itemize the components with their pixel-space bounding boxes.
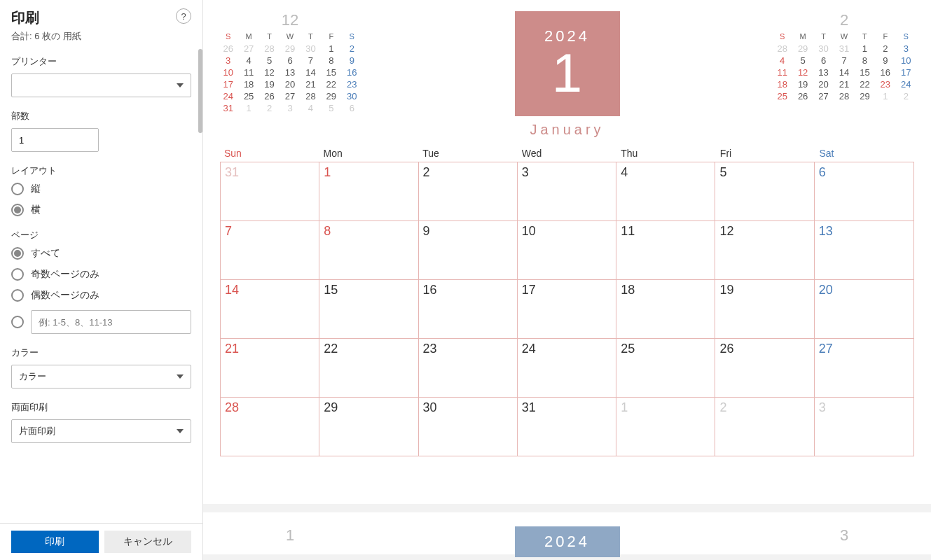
calendar-cell: 6 (815, 162, 913, 220)
calendar-cell: 29 (319, 397, 418, 456)
mini-day-cell: 1 (240, 103, 256, 113)
mini-day-cell: 13 (815, 67, 832, 78)
mini-day-header: S (220, 32, 236, 42)
mini-day-cell: 22 (857, 79, 873, 90)
mini-day-header: M (794, 32, 811, 42)
mini-day-cell: 30 (344, 91, 360, 102)
printer-label: プリンター (11, 55, 191, 68)
mini-day-cell: 6 (815, 55, 832, 66)
layout-label: レイアウト (11, 164, 191, 177)
day-headers: SunMonTueWedThuFriSat (220, 145, 914, 162)
mini-day-header: W (836, 32, 852, 42)
color-select[interactable]: カラー (11, 365, 191, 388)
mini-day-cell: 5 (794, 55, 811, 66)
printer-select[interactable] (11, 74, 191, 97)
page2-month-badge: 2024 (515, 526, 620, 557)
calendar-cell: 3 (815, 397, 913, 456)
mini-day-cell: 15 (323, 67, 339, 78)
mini-day-cell: 31 (836, 43, 852, 54)
mini-day-cell: 27 (282, 91, 298, 102)
mini-day-cell: 26 (220, 43, 236, 54)
radio-icon (11, 204, 24, 216)
mini-day-cell: 19 (794, 79, 811, 90)
duplex-value: 片面印刷 (19, 425, 55, 438)
day-header: Tue (418, 145, 518, 162)
pages-custom-input[interactable] (31, 310, 191, 334)
pages-even-label: 偶数ページのみ (31, 289, 99, 302)
radio-icon (11, 247, 24, 260)
mini-day-cell: 2 (877, 43, 893, 54)
mini-day-cell: 17 (220, 79, 236, 90)
pages-custom-radio[interactable] (11, 310, 191, 334)
mini-day-cell: 10 (898, 55, 914, 66)
calendar-cell: 2 (419, 162, 518, 220)
mini-day-cell: 5 (323, 103, 339, 113)
calendar-cell: 28 (221, 397, 319, 456)
mini-day-cell: 15 (857, 67, 873, 78)
layout-landscape-radio[interactable]: 横 (11, 204, 191, 216)
mini-day-cell: 22 (323, 79, 339, 90)
layout-portrait-radio[interactable]: 縦 (11, 183, 191, 195)
calendar-cell: 9 (419, 220, 518, 279)
calendar-cell: 8 (319, 220, 418, 279)
mini-prev-title: 12 (220, 11, 360, 29)
mini-day-cell: 7 (836, 55, 852, 66)
mini-day-header: S (344, 32, 360, 42)
pages-all-radio[interactable]: すべて (11, 247, 191, 260)
mini-day-cell: 2 (344, 43, 360, 54)
help-button[interactable]: ? (176, 8, 191, 24)
pages-even-radio[interactable]: 偶数ページのみ (11, 289, 191, 302)
mini-day-header: T (261, 32, 277, 42)
calendar-cell: 31 (221, 162, 319, 220)
mini-calendar-next: 2 SMTWTFS2829303112345678910111213141516… (774, 11, 914, 102)
mini-day-cell: 20 (282, 79, 298, 90)
mini-day-cell: 25 (240, 91, 256, 102)
print-button[interactable]: 印刷 (11, 531, 99, 553)
day-header: Sun (220, 145, 319, 162)
calendar-cell: 22 (319, 338, 418, 397)
calendar-cell: 1 (616, 397, 715, 456)
mini-day-header: F (877, 32, 893, 42)
calendar-cell: 2 (715, 397, 814, 456)
mini-day-cell: 9 (877, 55, 893, 66)
mini-day-cell: 25 (774, 91, 790, 102)
calendar-cell: 1 (319, 162, 418, 220)
calendar-cell: 30 (419, 397, 518, 456)
page2-year: 2024 (544, 533, 590, 551)
layout-portrait-label: 縦 (31, 183, 41, 195)
print-preview[interactable]: 12 SMTWTFS262728293012345678910111213141… (203, 0, 931, 560)
preview-page-1: 12 SMTWTFS262728293012345678910111213141… (203, 0, 931, 504)
color-value: カラー (19, 370, 46, 383)
mini-day-cell: 18 (240, 79, 256, 90)
mini-day-cell: 13 (282, 67, 298, 78)
radio-icon (11, 289, 24, 302)
calendar-cell: 3 (518, 162, 616, 220)
radio-icon (11, 316, 24, 328)
copies-input[interactable] (11, 128, 99, 152)
mini-day-header: M (240, 32, 256, 42)
cancel-button[interactable]: キャンセル (104, 531, 192, 553)
calendar-cell: 12 (715, 220, 814, 279)
layout-landscape-label: 横 (31, 204, 41, 216)
mini-next-title: 2 (774, 11, 914, 29)
mini-day-header: F (323, 32, 339, 42)
calendar-cell: 18 (616, 279, 715, 338)
mini-day-header: T (815, 32, 832, 42)
day-header: Mon (319, 145, 419, 162)
calendar-cell: 26 (715, 338, 814, 397)
pages-odd-label: 奇数ページのみ (31, 268, 99, 281)
print-sidebar: 印刷 ? 合計: 6 枚の 用紙 プリンター 部数 レイアウト 縦 横 (0, 0, 203, 560)
mini-day-cell: 6 (282, 55, 298, 66)
scrollbar[interactable] (198, 49, 202, 133)
mini-day-header: S (774, 32, 790, 42)
mini-day-cell: 24 (220, 91, 236, 102)
day-header: Sat (815, 145, 914, 162)
calendar-cell: 11 (616, 220, 715, 279)
duplex-select[interactable]: 片面印刷 (11, 419, 191, 443)
calendar-cell: 10 (518, 220, 616, 279)
calendar-grid: 3112345678910111213141516171819202122232… (221, 162, 913, 456)
mini-day-cell: 24 (898, 79, 914, 90)
pages-odd-radio[interactable]: 奇数ページのみ (11, 268, 191, 281)
month-header: 2024 1 January (515, 11, 620, 138)
calendar-cell: 23 (419, 338, 518, 397)
